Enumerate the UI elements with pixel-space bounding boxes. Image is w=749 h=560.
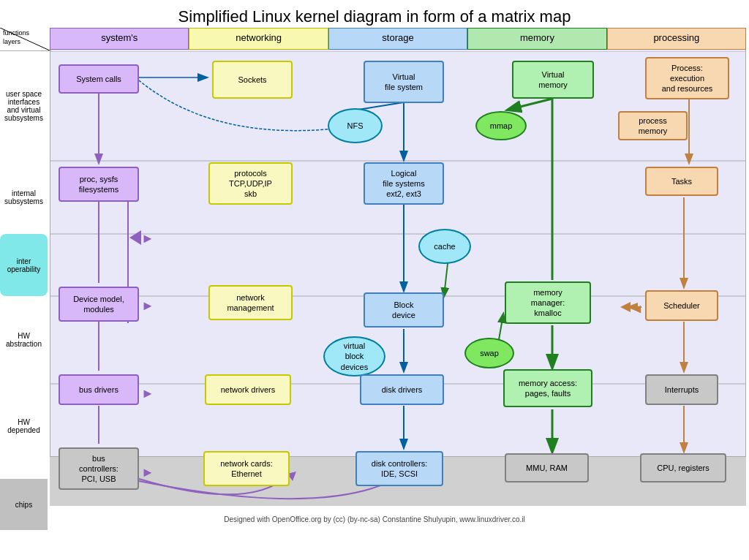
node-mmap: mmap <box>475 111 527 140</box>
svg-line-0 <box>0 28 51 51</box>
node-tasks: Tasks <box>645 167 718 196</box>
node-mem-access: memory access:pages, faults <box>503 369 592 407</box>
col-header-mem: memory <box>467 28 606 50</box>
node-protocols: protocolsTCP,UDP,IPskb <box>208 162 293 205</box>
diagonal-label: functions layers <box>0 28 51 51</box>
node-block-device: Blockdevice <box>364 292 444 328</box>
node-scheduler: Scheduler <box>645 290 718 321</box>
node-nfs: NFS <box>328 108 383 143</box>
node-system-calls: System calls <box>59 64 139 94</box>
node-disk-controllers: disk controllers:IDE, SCSI <box>355 451 443 486</box>
col-header-sys: system's <box>50 28 189 50</box>
node-disk-drivers: disk drivers <box>360 374 444 405</box>
node-cpu-registers: CPU, registers <box>640 453 726 483</box>
col-header-net: networking <box>189 28 328 50</box>
arrow-bus-ctrl: ► <box>141 465 154 480</box>
node-virtual-block: virtualblockdevices <box>323 336 385 377</box>
node-bus-drivers: bus drivers <box>59 374 139 405</box>
node-logical-fs: Logicalfile systemsext2, ext3 <box>364 162 444 205</box>
diagram-wrapper: Simplified Linux kernel diagram in form … <box>0 0 749 526</box>
node-mmu-ram: MMU, RAM <box>505 453 589 483</box>
node-interrupts: Interrupts <box>645 374 718 405</box>
node-mem-manager: memorymanager:kmalloc <box>505 281 591 324</box>
footer: Designed with OpenOffice.org by (cc) (by… <box>0 515 749 523</box>
main-title: Simplified Linux kernel diagram in form … <box>0 0 749 31</box>
node-net-management: networkmanagement <box>208 285 293 320</box>
row-label-internal-sub: internalsubsystems <box>0 161 48 234</box>
node-process-exec: Process:executionand resources <box>645 57 729 99</box>
node-proc-sysfs: proc, sysfsfilesystems <box>59 167 139 202</box>
col-headers: system's networking storage memory proce… <box>50 28 746 50</box>
node-net-cards: network cards:Ethernet <box>203 451 290 486</box>
node-device-model: Device model,modules <box>59 287 139 322</box>
row-label-hw-depended: HWdepended <box>0 384 48 468</box>
col-header-pro: processing <box>607 28 746 50</box>
node-vfs: Virtualfile system <box>364 61 444 103</box>
node-swap: swap <box>464 338 514 368</box>
node-sockets: Sockets <box>212 61 293 99</box>
arrow-scheduler-left: ► <box>631 302 644 317</box>
node-virtual-memory: Virtualmemory <box>512 61 594 99</box>
node-bus-controllers: buscontrollers:PCI, USB <box>59 447 139 490</box>
node-process-memory: processmemory <box>618 111 688 140</box>
col-header-sto: storage <box>328 28 467 50</box>
row-label-hw-abstraction: HWabstraction <box>0 296 48 384</box>
arrow-hw-dep-sys: ► <box>141 386 154 401</box>
arrow-hw-abs-sys: ► <box>141 298 154 314</box>
row-label-user-space: user spaceinterfacesand virtualsubsystem… <box>0 51 48 161</box>
row-label-interop: interoperability <box>0 234 48 296</box>
arrow-interop-sys: ► <box>141 231 154 246</box>
node-cache: cache <box>418 229 471 264</box>
node-net-drivers: network drivers <box>205 374 291 405</box>
